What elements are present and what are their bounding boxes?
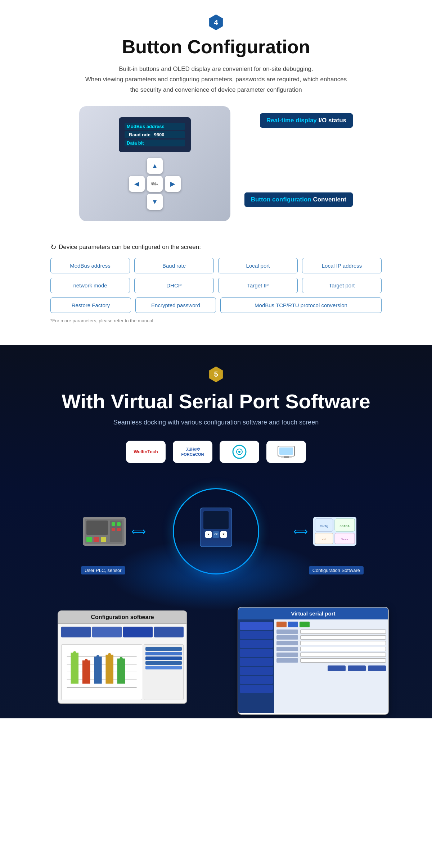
step-badge-4: 4 (208, 14, 224, 30)
svg-point-35 (73, 651, 76, 654)
label-config-software: Configuration Software (309, 566, 364, 574)
svg-point-37 (96, 655, 100, 658)
svg-text:HMI: HMI (322, 538, 327, 541)
param-modbus-tcp-rtu: ModBus TCP/RTU protocol conversion (220, 297, 382, 313)
svg-rect-11 (101, 537, 106, 542)
diagram-area: ⟺ ▲ OK ▼ ⟺ Config SCADA HMI Touc (54, 481, 378, 582)
arrow-right: ⟺ (293, 525, 308, 537)
virt-footer-btn-1 (328, 665, 346, 671)
svg-rect-33 (105, 655, 113, 684)
param-restore-factory: Restore Factory (50, 297, 131, 313)
param-local-ip: Local IP address (302, 258, 382, 273)
device-image: ModBus address Baud rate 9600 Data bit ▲… (79, 106, 230, 221)
screenshot-config-header: Configuration software (58, 611, 186, 624)
button-down[interactable]: ▼ (147, 194, 163, 210)
logo-wellintech: WellinTech (126, 441, 166, 463)
screenshot-config-software: Configuration software (58, 610, 187, 704)
param-dhcp: DHCP (134, 278, 214, 293)
svg-rect-8 (86, 521, 108, 535)
param-modbus-address: ModBus address (50, 258, 130, 273)
virt-footer-btn-2 (348, 665, 366, 671)
svg-rect-34 (117, 659, 125, 684)
svg-point-2 (238, 451, 240, 453)
svg-rect-5 (284, 456, 289, 458)
svg-point-39 (120, 657, 123, 660)
logo-4 (266, 441, 306, 463)
button-left[interactable]: ◀ (129, 176, 145, 192)
section-4-title: Button Configuration (22, 36, 410, 58)
virt-sidebar (238, 619, 274, 713)
svg-point-38 (108, 653, 111, 656)
svg-point-36 (85, 659, 88, 662)
params-grid-row1-2: ModBus address Baud rate Local port Loca… (50, 258, 382, 293)
param-baud-rate: Baud rate (134, 258, 214, 273)
callout-button-config: Button configuration Convenient (244, 192, 353, 207)
virt-btn-2 (288, 622, 298, 627)
svg-rect-10 (94, 537, 99, 542)
svg-rect-13 (112, 522, 115, 526)
screenshot-virtual-port: Virtual serial port (238, 607, 389, 715)
device-screen: ModBus address Baud rate 9600 Data bit (119, 117, 191, 152)
param-network-mode: network mode (50, 278, 130, 293)
svg-rect-15 (112, 528, 115, 531)
virt-btn-3 (300, 622, 310, 627)
svg-rect-30 (71, 653, 79, 684)
label-plc: User PLC, sensor (81, 566, 125, 574)
screen-row-2: Baud rate 9600 (125, 131, 185, 138)
param-target-port: Target port (302, 278, 382, 293)
params-note: *For more parameters, please refer to th… (50, 318, 382, 323)
params-grid-row3: Restore Factory Encrypted password ModBu… (50, 297, 382, 313)
virt-main (274, 619, 388, 713)
logo-3 (220, 441, 259, 463)
arrow-left: ⟺ (131, 525, 146, 537)
screen-row-3: Data bit (125, 140, 185, 146)
button-confirm[interactable]: 确认 (147, 176, 163, 192)
section-4-subtitle: Built-in buttons and OLED display are co… (83, 64, 349, 95)
screenshot-virtual-body (238, 619, 388, 713)
callout-realtime: Real-time display I/O status (260, 113, 353, 128)
svg-text:Touch: Touch (341, 538, 348, 541)
section-5-title: With Virtual Serial Port Software (22, 390, 410, 413)
svg-rect-32 (94, 656, 102, 683)
section-4: 4 Button Configuration Built-in buttons … (0, 0, 432, 345)
diagram-software-group: Config SCADA HMI Touch (313, 517, 356, 546)
software-logos: WellinTech 天辰智控 FORCECON (22, 441, 410, 463)
diagram-center-device: ▲ OK ▼ (200, 508, 232, 547)
button-right[interactable]: ▶ (165, 176, 181, 192)
svg-rect-4 (279, 447, 293, 455)
section-5: 5 With Virtual Serial Port Software Seam… (0, 345, 432, 718)
svg-rect-9 (86, 537, 92, 542)
svg-rect-14 (117, 522, 121, 526)
logo-forcecon: 天辰智控 FORCECON (173, 441, 212, 463)
screenshot-config-body (58, 624, 186, 703)
screenshot-virtual-header: Virtual serial port (238, 608, 388, 619)
virt-footer-btn-3 (368, 665, 386, 671)
device-buttons: ▲ ◀ 确认 ▶ ▼ (119, 158, 191, 210)
svg-rect-16 (117, 528, 121, 531)
screenshots-area: Configuration software (22, 582, 410, 718)
virt-btn-1 (276, 622, 287, 627)
param-local-port: Local port (218, 258, 298, 273)
svg-text:Config: Config (320, 524, 328, 528)
screen-row-1: ModBus address (125, 123, 185, 130)
device-area: ModBus address Baud rate 9600 Data bit ▲… (79, 106, 353, 228)
params-header: ↻ Device parameters can be configured on… (50, 243, 382, 251)
step-badge-5: 5 (208, 367, 224, 382)
section-5-subtitle: Seamless docking with various configurat… (22, 419, 410, 426)
params-section: ↻ Device parameters can be configured on… (22, 243, 410, 323)
button-up[interactable]: ▲ (147, 158, 163, 174)
param-encrypted-password: Encrypted password (135, 297, 216, 313)
svg-rect-31 (82, 660, 90, 684)
diagram-plc (83, 517, 126, 546)
param-target-ip: Target IP (218, 278, 298, 293)
svg-rect-6 (281, 458, 292, 458)
svg-text:SCADA: SCADA (339, 524, 350, 528)
